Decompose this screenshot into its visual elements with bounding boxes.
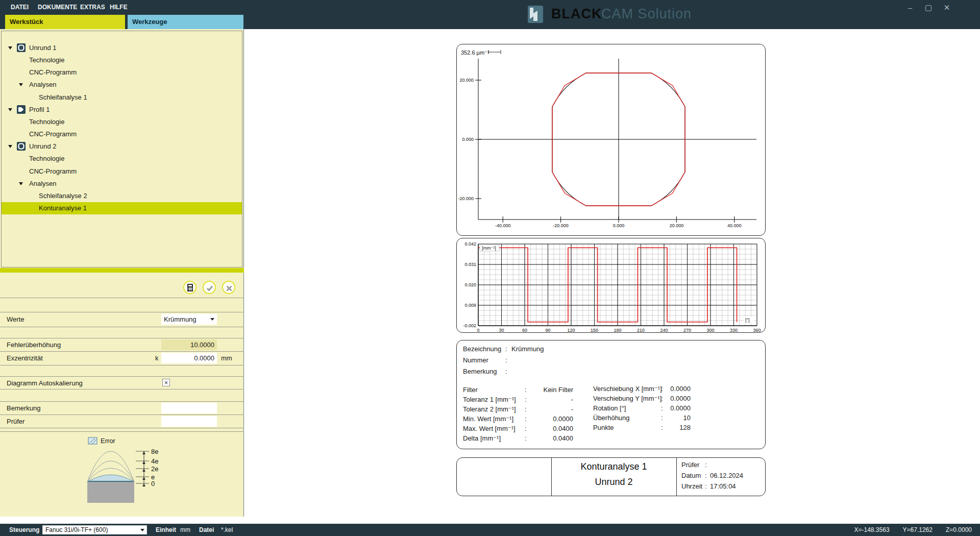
tab-werkstueck[interactable]: Werkstück bbox=[5, 15, 125, 29]
datum-value: 06.12.2024 bbox=[710, 472, 743, 479]
colon: : bbox=[705, 461, 707, 469]
svg-text:0.000: 0.000 bbox=[462, 137, 474, 142]
svg-text:150: 150 bbox=[591, 328, 598, 332]
tree-item-label: Technologie bbox=[29, 54, 64, 66]
tree-item-label: CNC-Programm bbox=[29, 128, 77, 140]
svg-text:360: 360 bbox=[753, 328, 761, 332]
menu-item-hilfe[interactable]: HILFE bbox=[110, 4, 128, 11]
delta-mm-value: 0.0400 bbox=[522, 434, 573, 442]
einheit-label: Einheit bbox=[156, 526, 176, 533]
tree-item-technologie[interactable]: Technologie bbox=[2, 153, 242, 165]
close-button[interactable]: ✕ bbox=[941, 3, 952, 12]
colon: : bbox=[505, 356, 507, 364]
werte-dropdown[interactable]: Krümmung bbox=[161, 314, 217, 325]
verschiebung-y-mm-value: 0.0000 bbox=[640, 395, 691, 402]
werte-label: Werte bbox=[7, 315, 24, 323]
tree-item-cnc-programm[interactable]: CNC-Programm bbox=[2, 128, 242, 140]
sidebar: Unrund 1TechnologieCNC-ProgrammAnalysenS… bbox=[0, 29, 244, 517]
svg-text:352.6 µm⁻¹: 352.6 µm⁻¹ bbox=[461, 50, 489, 56]
steuerung-label: Steuerung bbox=[9, 526, 39, 533]
svg-text:[mm⁻¹]: [mm⁻¹] bbox=[482, 246, 496, 251]
pruefer-input[interactable] bbox=[161, 416, 217, 427]
exzentrizitaet-label: Exzentrizität bbox=[7, 354, 43, 362]
expander-icon[interactable] bbox=[8, 145, 12, 148]
bezeichnung-label: Bezeichnung bbox=[463, 345, 501, 353]
svg-text:330: 330 bbox=[730, 328, 738, 332]
menu-item-extras[interactable]: EXTRAS bbox=[80, 4, 105, 11]
tree-item-profil-1[interactable]: Profil 1 bbox=[2, 104, 242, 116]
expander-icon[interactable] bbox=[19, 182, 23, 185]
colon: : bbox=[505, 368, 507, 375]
datei-label: Datei bbox=[199, 526, 214, 533]
tree-item-cnc-programm[interactable]: CNC-Programm bbox=[2, 165, 242, 178]
svg-text:8e: 8e bbox=[151, 448, 158, 455]
tree-item-analysen[interactable]: Analysen bbox=[2, 178, 242, 190]
expander-icon[interactable] bbox=[8, 108, 12, 111]
chevron-down-icon bbox=[140, 529, 144, 531]
steuerung-dropdown[interactable]: Fanuc 31i/0i-TF+ (600) bbox=[42, 525, 147, 534]
tab-werkzeuge[interactable]: Werkzeuge bbox=[128, 15, 243, 29]
application-window: DATEIDOKUMENTEEXTRASHILFE BLACK CAM Solu… bbox=[0, 0, 980, 536]
tree-item-schleifanalyse-2[interactable]: Schleifanalyse 2 bbox=[2, 190, 242, 202]
tree-item-cnc-programm[interactable]: CNC-Programm bbox=[2, 66, 242, 79]
calculate-button[interactable] bbox=[183, 281, 197, 294]
svg-text:-20.000: -20.000 bbox=[553, 223, 569, 228]
pr-fer-label: Prüfer bbox=[681, 461, 699, 469]
tree-item-technologie[interactable]: Technologie bbox=[2, 54, 242, 66]
maximize-button[interactable]: ▢ bbox=[923, 3, 934, 12]
tree-item-analysen[interactable]: Analysen bbox=[2, 79, 242, 91]
nummer-label: Nummer bbox=[463, 356, 488, 364]
svg-text:-20.000: -20.000 bbox=[458, 196, 474, 201]
expander-icon[interactable] bbox=[8, 46, 12, 50]
coord-z: Z=0.0000 bbox=[946, 526, 972, 533]
toleranz-2-mm-label: Toleranz 2 [mm⁻¹] bbox=[463, 405, 516, 413]
title-block-divider bbox=[676, 458, 677, 496]
minimize-button[interactable]: – bbox=[904, 3, 916, 12]
exzentrizitaet-k-label: k bbox=[155, 354, 159, 362]
rotation-value: 0.0000 bbox=[640, 404, 691, 412]
toleranz-2-mm-value: - bbox=[522, 405, 573, 413]
tree-item-unrund-2[interactable]: Unrund 2 bbox=[2, 140, 242, 153]
tree-item-unrund-1[interactable]: Unrund 1 bbox=[2, 42, 242, 54]
menu-item-dokumente[interactable]: DOKUMENTE bbox=[38, 4, 77, 11]
uhrzeit-value: 17:05:04 bbox=[710, 482, 736, 490]
berh-hung-value: 10 bbox=[640, 414, 691, 422]
rotation-label: Rotation [°] bbox=[593, 404, 626, 412]
svg-text:270: 270 bbox=[683, 328, 691, 332]
svg-text:300: 300 bbox=[706, 328, 714, 332]
svg-text:0.009: 0.009 bbox=[464, 303, 476, 308]
tree-item-schleifanalyse-1[interactable]: Schleifanalyse 1 bbox=[2, 91, 242, 104]
svg-text:90: 90 bbox=[545, 328, 550, 332]
svg-text:-0.002: -0.002 bbox=[463, 323, 476, 328]
calculator-icon bbox=[186, 284, 194, 293]
svg-text:180: 180 bbox=[614, 328, 621, 332]
coord-x: X=-148.3563 bbox=[854, 526, 890, 533]
menu-item-datei[interactable]: DATEI bbox=[11, 4, 29, 11]
bemerkung-input[interactable] bbox=[161, 403, 217, 413]
delta-mm-label: Delta [mm⁻¹] bbox=[463, 434, 501, 442]
svg-text:40.000: 40.000 bbox=[727, 223, 742, 228]
cancel-button[interactable] bbox=[222, 281, 235, 294]
status-bar: Steuerung Fanuc 31i/0i-TF+ (600) Einheit… bbox=[0, 524, 980, 536]
fehlerueberhoehung-input[interactable]: 10.0000 bbox=[161, 339, 217, 350]
exzentrizitaet-unit: mm bbox=[221, 354, 232, 362]
min-wert-mm-label: Min. Wert [mm⁻¹] bbox=[463, 415, 513, 423]
svg-text:120: 120 bbox=[567, 328, 575, 332]
confirm-button[interactable] bbox=[203, 281, 216, 294]
berh-hung-label: Überhöhung bbox=[593, 414, 630, 422]
tree-item-label: Technologie bbox=[29, 153, 64, 165]
chevron-down-icon bbox=[210, 318, 214, 321]
colon: : bbox=[705, 472, 707, 479]
curvature-plot-panel: 03060901201501802102402703003303600.0420… bbox=[456, 238, 766, 333]
tree-item-technologie[interactable]: Technologie bbox=[2, 116, 242, 128]
svg-text:0.020: 0.020 bbox=[464, 282, 476, 287]
svg-text:[°]: [°] bbox=[745, 318, 750, 323]
svg-text:0.031: 0.031 bbox=[464, 262, 476, 267]
expander-icon[interactable] bbox=[19, 83, 23, 86]
tree-item-label: Analysen bbox=[29, 178, 56, 190]
autoskalierung-checkbox[interactable]: × bbox=[162, 379, 170, 386]
exzentrizitaet-input[interactable]: 0.0000 bbox=[161, 353, 217, 363]
tree-item-konturanalyse-1[interactable]: Konturanalyse 1 bbox=[2, 202, 242, 214]
verschiebung-x-mm-value: 0.0000 bbox=[640, 385, 691, 393]
tree-item-label: CNC-Programm bbox=[29, 66, 77, 79]
